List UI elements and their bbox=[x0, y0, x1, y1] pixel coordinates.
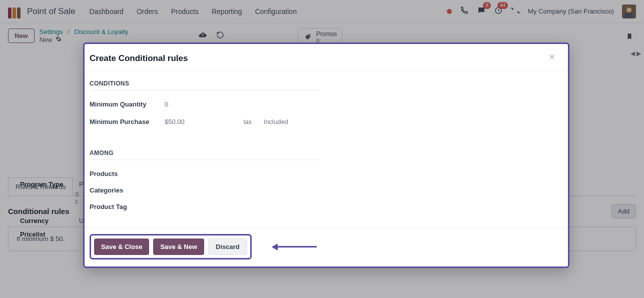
save-new-button[interactable]: Save & New bbox=[153, 238, 204, 255]
close-icon[interactable] bbox=[548, 53, 556, 64]
min-purchase-value[interactable]: $50.00 bbox=[165, 118, 185, 126]
footer-button-group: Save & Close Save & New Discard bbox=[90, 234, 252, 260]
among-heading: AMONG bbox=[90, 150, 320, 160]
create-conditional-rules-modal: Create Conditional rules CONDITIONS Mini… bbox=[83, 42, 569, 268]
min-qty-value[interactable]: 0 bbox=[165, 100, 168, 108]
min-qty-label: Minimum Quantity bbox=[90, 100, 155, 108]
min-purchase-label: Minimum Purchase bbox=[90, 118, 155, 126]
tax-value[interactable]: Included bbox=[264, 118, 288, 126]
product-tag-label: Product Tag bbox=[90, 203, 155, 210]
save-close-button[interactable]: Save & Close bbox=[94, 238, 149, 255]
products-label: Products bbox=[90, 170, 155, 178]
conditions-heading: CONDITIONS bbox=[90, 80, 320, 90]
discard-button[interactable]: Discard bbox=[208, 238, 247, 255]
arrow-annotation bbox=[272, 244, 317, 250]
categories-label: Categories bbox=[90, 186, 155, 194]
modal-title: Create Conditional rules bbox=[90, 54, 188, 64]
tax-label: tax bbox=[244, 118, 252, 126]
